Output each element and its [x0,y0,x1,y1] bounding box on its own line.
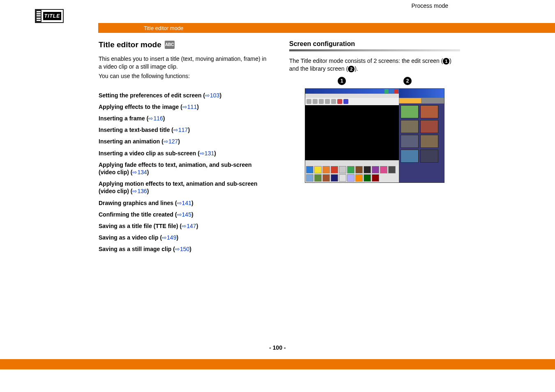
page-ref[interactable]: 141 [182,200,191,206]
palette-swatch [372,174,379,182]
desc-post: ). [355,65,358,72]
abc-icon: ABC [165,41,175,49]
arrow-icon: ⇨ [205,92,210,99]
palette-swatch [306,166,313,173]
function-link[interactable]: Inserting a frame (⇨116) [99,115,269,122]
function-link[interactable]: Drawing graphics and lines (⇨141) [99,199,269,207]
link-suffix: ) [219,92,221,99]
film-strip-icon [36,10,41,22]
breadcrumb-bar: Title editor mode [98,23,555,33]
library-screen-thumbnail [399,89,444,182]
page-ref[interactable]: 117 [178,127,188,133]
screenshot-composite [305,88,444,183]
function-link[interactable]: Applying motion effects to text, animati… [99,180,269,195]
maximize-icon [389,89,394,93]
palette-swatch [306,174,313,182]
page-ref[interactable]: 134 [137,169,147,175]
link-text: Applying fade effects to text, animation… [99,161,252,175]
link-text: Inserting a text-based title ( [99,127,173,133]
arrow-icon: ⇨ [175,246,180,252]
palette-swatch [372,166,379,173]
callout-2: 2 [403,77,412,85]
edit-screen-thumbnail [305,89,399,182]
minimize-icon [385,89,389,93]
arrow-icon: ⇨ [148,115,153,122]
toolbar [305,98,399,105]
library-tab [422,98,444,103]
link-text: Inserting a video clip as sub-screen ( [99,150,200,157]
page-ref[interactable]: 149 [167,234,176,241]
library-thumb [420,150,438,163]
palette-swatch [314,174,322,182]
page-ref[interactable]: 131 [205,150,214,157]
toolbar-icon [319,99,324,104]
page-ref[interactable]: 145 [182,211,191,218]
palette-swatch [314,166,322,173]
link-text: Setting the preferences of edit screen ( [99,92,205,99]
library-thumb [401,135,419,148]
process-mode-label: Process mode [412,2,448,9]
link-suffix: ) [191,211,193,218]
library-thumb [420,120,438,133]
library-header [399,98,444,104]
library-thumbnails [399,104,444,182]
palette-swatch [322,166,330,173]
page-ref[interactable]: 147 [187,223,196,229]
arrow-icon: ⇨ [177,211,182,218]
window-titlebar [305,89,399,94]
desc-pre: The Title editor mode consists of 2 scre… [289,58,443,64]
palette-swatch [331,166,338,173]
function-link[interactable]: Inserting a video clip as sub-screen (⇨1… [99,150,269,157]
tabs-row [305,160,399,165]
page-ref[interactable]: 150 [180,246,189,252]
function-link[interactable]: Inserting a text-based title (⇨117) [99,126,269,134]
link-text: Applying effects to the image ( [99,104,182,110]
title-logo: TITLE [0,9,99,23]
page-title-text: Title editor mode [99,40,161,49]
arrow-icon: ⇨ [177,200,182,206]
link-suffix: ) [147,188,149,194]
link-text: Inserting an animation ( [99,138,164,145]
palette-swatch [339,166,346,173]
link-text: Saving as a title file (TTE file) ( [99,223,182,229]
library-thumb [420,105,438,118]
function-link[interactable]: Inserting an animation (⇨127) [99,138,269,145]
arrow-icon: ⇨ [164,138,168,145]
palette-swatch [322,174,330,182]
page-ref[interactable]: 103 [210,92,219,99]
arrow-icon: ⇨ [162,234,167,241]
palette-swatch [364,174,371,182]
logo-text: TITLE [43,12,61,20]
intro-paragraph-1: This enables you to insert a title (text… [99,55,269,71]
toolbar-icon [337,99,342,104]
toolbar-icon [325,99,330,104]
link-suffix: ) [214,150,216,157]
library-thumb [420,135,438,148]
link-suffix: ) [178,138,180,145]
function-link[interactable]: Applying fade effects to text, animation… [99,161,269,176]
page-ref[interactable]: 136 [137,188,147,194]
close-icon [394,89,398,93]
link-text: Inserting a frame ( [99,115,148,122]
page-number: - 100 - [0,344,555,351]
function-link[interactable]: Setting the preferences of edit screen (… [99,92,269,99]
library-tab [399,98,421,103]
palette-swatch [388,166,396,173]
page-ref[interactable]: 116 [153,115,163,122]
link-suffix: ) [176,234,178,241]
palette-swatch [347,174,355,182]
page-ref[interactable]: 111 [187,104,197,110]
library-thumb [401,150,419,163]
page-ref[interactable]: 127 [168,138,178,145]
function-link[interactable]: Confirming the title created (⇨145) [99,211,269,218]
function-link[interactable]: Saving as a still image clip (⇨150) [99,245,269,253]
section-rule [289,49,460,51]
function-link[interactable]: Applying effects to the image (⇨111) [99,103,269,111]
screen-config-desc: The Title editor mode consists of 2 scre… [289,57,460,73]
intro-paragraph-2: You can use the following functions: [99,72,269,80]
function-link[interactable]: Saving as a video clip (⇨149) [99,234,269,241]
toolbar-icon [343,99,348,104]
link-text: Saving as a video clip ( [99,234,162,241]
palette-swatch [331,174,338,182]
function-link[interactable]: Saving as a title file (TTE file) (⇨147) [99,222,269,230]
